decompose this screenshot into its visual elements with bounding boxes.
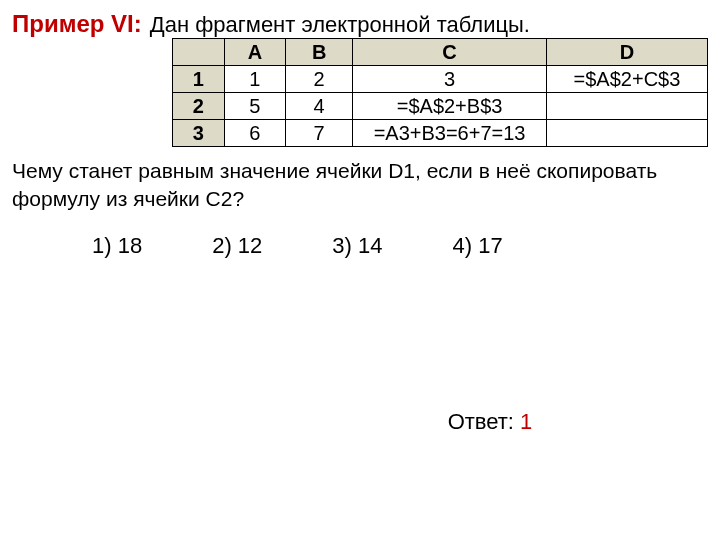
cell: 2 bbox=[286, 66, 353, 93]
cell: =$A$2+C$3 bbox=[546, 66, 707, 93]
cell: 6 bbox=[224, 120, 285, 147]
table-row: 3 6 7 =A3+B3=6+7=13 bbox=[173, 120, 708, 147]
col-header-d: D bbox=[546, 39, 707, 66]
row-header: 2 bbox=[173, 93, 225, 120]
row-header: 3 bbox=[173, 120, 225, 147]
col-header-c: C bbox=[353, 39, 547, 66]
option-4: 4) 17 bbox=[452, 233, 502, 259]
corner-cell bbox=[173, 39, 225, 66]
cell: =A3+B3=6+7=13 bbox=[353, 120, 547, 147]
col-header-b: B bbox=[286, 39, 353, 66]
question-text: Чему станет равным значение ячейки D1, е… bbox=[12, 157, 708, 213]
answer-label: Ответ: bbox=[448, 409, 520, 434]
cell bbox=[546, 120, 707, 147]
cell: 1 bbox=[224, 66, 285, 93]
cell: 4 bbox=[286, 93, 353, 120]
option-2: 2) 12 bbox=[212, 233, 262, 259]
cell: 7 bbox=[286, 120, 353, 147]
cell: =$A$2+B$3 bbox=[353, 93, 547, 120]
answer-options: 1) 18 2) 12 3) 14 4) 17 bbox=[92, 233, 708, 259]
example-label: Пример VI: bbox=[12, 10, 142, 38]
spreadsheet-table: A B C D 1 1 2 3 =$A$2+C$3 2 5 4 =$A$2+B$… bbox=[172, 38, 708, 147]
spreadsheet-fragment: A B C D 1 1 2 3 =$A$2+C$3 2 5 4 =$A$2+B$… bbox=[172, 38, 708, 147]
cell: 3 bbox=[353, 66, 547, 93]
col-header-a: A bbox=[224, 39, 285, 66]
answer-line: Ответ: 1 bbox=[12, 409, 708, 435]
given-text: Дан фрагмент электронной таблицы. bbox=[150, 12, 530, 38]
option-1: 1) 18 bbox=[92, 233, 142, 259]
table-row: 2 5 4 =$A$2+B$3 bbox=[173, 93, 708, 120]
answer-value: 1 bbox=[520, 409, 532, 434]
cell bbox=[546, 93, 707, 120]
row-header: 1 bbox=[173, 66, 225, 93]
cell: 5 bbox=[224, 93, 285, 120]
question-line-1: Чему станет равным значение ячейки D1, е… bbox=[12, 159, 657, 182]
question-line-2: формулу из ячейки C2? bbox=[12, 187, 244, 210]
option-3: 3) 14 bbox=[332, 233, 382, 259]
table-row: 1 1 2 3 =$A$2+C$3 bbox=[173, 66, 708, 93]
